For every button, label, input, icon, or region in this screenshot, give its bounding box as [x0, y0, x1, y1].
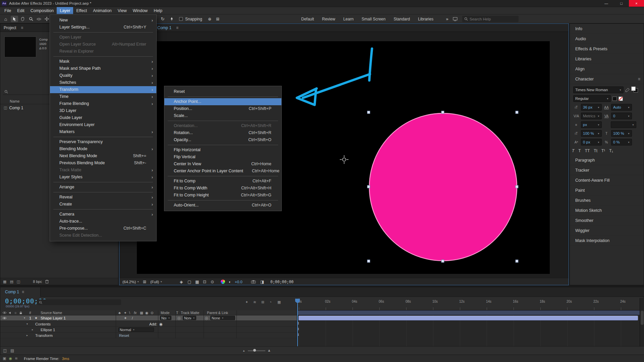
- layer-menu-item[interactable]: Frame Blending ›: [50, 100, 156, 107]
- transform-submenu-item[interactable]: Flip Vertical ›: [164, 154, 281, 161]
- workspace-button[interactable]: Small Screen: [362, 17, 385, 21]
- transform-submenu-item[interactable]: Opacity... Ctrl+Shift+O ›: [164, 136, 281, 143]
- blend-mode-dropdown[interactable]: Normal▼: [160, 316, 171, 320]
- help-search-input[interactable]: [470, 17, 510, 21]
- work-area-bar[interactable]: [297, 310, 640, 315]
- layer-menu-item[interactable]: Arrange ›: [50, 184, 156, 191]
- panel-header[interactable]: Brushes: [570, 195, 644, 205]
- channel-settings-icon[interactable]: [221, 278, 225, 285]
- faux-style-button[interactable]: T₁: [609, 148, 613, 153]
- panel-menu-icon[interactable]: ≡: [22, 290, 24, 294]
- timeline-tab[interactable]: Comp 1 ≡: [0, 287, 41, 297]
- hide-shy-layers-icon[interactable]: ⊞: [261, 300, 264, 304]
- layer-menu-item[interactable]: Quality ›: [50, 72, 156, 79]
- workspace-button[interactable]: Standard: [393, 17, 410, 21]
- frame-blending-icon[interactable]: ◔: [269, 300, 272, 304]
- layer-menu-item[interactable]: Mask ›: [50, 58, 156, 65]
- quality-switch-icon[interactable]: /: [132, 315, 133, 320]
- stroke-width-dropdown[interactable]: px▼: [581, 121, 602, 128]
- zoom-out-mountain-icon[interactable]: ▲: [243, 349, 245, 352]
- grid-options-icon[interactable]: ⊞: [143, 278, 146, 285]
- reset-link[interactable]: Reset: [119, 333, 129, 338]
- maximize-button[interactable]: □: [614, 0, 629, 7]
- layer-menu-item[interactable]: 3D Layer ›: [50, 107, 156, 114]
- layer-menu-item[interactable]: Preserve Transparency ›: [50, 138, 156, 145]
- workspace-button[interactable]: Libraries: [418, 17, 433, 21]
- layer-menu-item[interactable]: Previous Blending Mode Shift+- ›: [50, 160, 156, 167]
- panel-header[interactable]: Audio: [570, 34, 644, 44]
- panel-header-character[interactable]: Character ≡: [570, 74, 644, 84]
- transform-submenu-item[interactable]: Rotation... Ctrl+Shift+R ›: [164, 129, 281, 136]
- transform-submenu-item[interactable]: Auto-Orient... Ctrl+Alt+O ›: [164, 202, 281, 209]
- layer-menu-item[interactable]: Pre-compose... Ctrl+Shift+C ›: [50, 225, 156, 232]
- resolution-dropdown[interactable]: (Full)▼: [150, 278, 162, 285]
- pickwhip-icon[interactable]: ◎: [177, 315, 181, 320]
- transform-submenu-item[interactable]: Center Anchor Point in Layer Content Ctr…: [164, 168, 281, 175]
- layer-menu-item[interactable]: Transform ›: [50, 86, 156, 93]
- timeline-search-input[interactable]: [44, 300, 111, 305]
- delete-icon[interactable]: [45, 280, 49, 284]
- transform-submenu-item[interactable]: Fit to Comp Height Ctrl+Alt+Shift+G ›: [164, 192, 281, 199]
- transform-row[interactable]: ▸ Transform Reset: [0, 333, 297, 338]
- panel-menu-icon[interactable]: ≡: [21, 25, 23, 30]
- layer-menu-item[interactable]: Time ›: [50, 93, 156, 100]
- faux-style-button[interactable]: Tt: [594, 148, 597, 153]
- workspace-button[interactable]: Default: [301, 17, 314, 21]
- ellipse-blend-mode-dropdown[interactable]: Normal▼: [118, 327, 154, 332]
- reset-exposure-icon[interactable]: ◐: [229, 278, 231, 285]
- layer-row-shape-layer-1[interactable]: ▾ 1 ★ Shape Layer 1 ✦ / Normal▼ ◎ None▼ …: [0, 315, 297, 321]
- transform-submenu-item[interactable]: Anchor Point... ›: [164, 98, 281, 105]
- timeline-search[interactable]: [37, 299, 121, 305]
- stroke-style-dropdown[interactable]: ▼: [611, 121, 636, 128]
- region-of-interest-icon[interactable]: ▢: [187, 278, 191, 285]
- timeline-zoom-slider[interactable]: [248, 350, 265, 351]
- zoom-in-mountain-icon[interactable]: ▲: [267, 348, 271, 352]
- pan-camera-tool-icon[interactable]: [44, 16, 50, 22]
- menubar-item[interactable]: Window: [130, 7, 151, 14]
- tracking-dropdown[interactable]: 0▼: [611, 113, 632, 119]
- draft-3d-icon[interactable]: ≋: [253, 300, 256, 304]
- layer-menu-item[interactable]: Track Matte ›: [50, 167, 156, 174]
- layer-menu-item[interactable]: Open Layer ›: [50, 34, 156, 41]
- layer-name[interactable]: Shape Layer 1: [41, 315, 66, 320]
- panel-header[interactable]: Motion Sketch: [570, 205, 644, 216]
- transparency-grid-icon[interactable]: ▦: [195, 278, 199, 285]
- composition-mini-flowchart-icon[interactable]: ✦: [245, 300, 248, 304]
- eye-icon[interactable]: [2, 310, 7, 315]
- twirl-icon[interactable]: ▸: [32, 327, 33, 332]
- time-ruler[interactable]: 0s02s04s06s08s10s12s14s16s18s20s22s24s: [297, 298, 640, 310]
- guides-icon[interactable]: ⊡: [203, 278, 206, 285]
- mask-visibility-icon[interactable]: ◈: [180, 278, 183, 285]
- layer-menu-item[interactable]: Reveal ›: [50, 194, 156, 201]
- panel-header[interactable]: Smoother: [570, 216, 644, 226]
- snapping-checkbox[interactable]: [179, 16, 183, 22]
- workspace-button[interactable]: Learn: [343, 17, 354, 21]
- transform-submenu-item[interactable]: Reset ›: [164, 88, 281, 95]
- collapse-switch-icon[interactable]: ✦: [124, 315, 127, 320]
- panel-header[interactable]: Wiggler: [570, 226, 644, 236]
- panel-header[interactable]: Info: [570, 24, 644, 34]
- transform-submenu-item[interactable]: Position... Ctrl+Shift+P ›: [164, 105, 281, 112]
- zoom-tool-icon[interactable]: [28, 16, 34, 22]
- layer-menu-item[interactable]: Layer Settings... Ctrl+Shift+Y ›: [50, 24, 156, 31]
- column-source-name[interactable]: Source Name: [41, 310, 62, 315]
- tsume-dropdown[interactable]: 0 %▼: [611, 139, 632, 145]
- column-mode[interactable]: Mode: [161, 310, 169, 315]
- leading-dropdown[interactable]: Auto▼: [611, 104, 632, 111]
- layer-menu-item[interactable]: Switches ›: [50, 79, 156, 86]
- show-snapshot-icon[interactable]: ◨: [260, 278, 264, 285]
- transform-submenu-item[interactable]: Fit to Comp Width Ctrl+Alt+Shift+H ›: [164, 185, 281, 192]
- workspace-button[interactable]: Review: [322, 17, 335, 21]
- panel-header[interactable]: Content-Aware Fill: [570, 175, 644, 185]
- new-composition-icon[interactable]: ◫: [17, 280, 20, 284]
- menubar-item[interactable]: Animation: [90, 7, 115, 14]
- close-button[interactable]: ×: [629, 0, 644, 7]
- timeline-track-area[interactable]: I I I: [297, 310, 640, 346]
- menubar-item[interactable]: File: [1, 7, 14, 14]
- column-t[interactable]: T: [176, 310, 178, 315]
- layer-menu-item[interactable]: Environment Layer ›: [50, 121, 156, 128]
- hand-tool-icon[interactable]: [19, 16, 25, 22]
- home-tool-icon[interactable]: ⌂: [3, 16, 9, 22]
- rotation-tool-icon[interactable]: ↻: [160, 16, 166, 22]
- parent-pickwhip-icon[interactable]: ◎: [205, 315, 208, 320]
